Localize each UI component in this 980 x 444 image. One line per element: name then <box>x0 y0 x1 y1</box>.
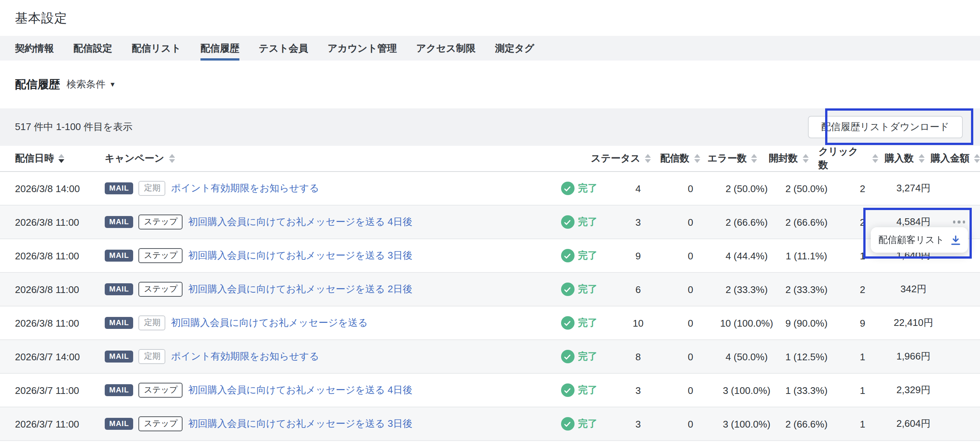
cell-purchase-amount: 1,966円 <box>889 350 938 363</box>
cell-error-count-value: 0 <box>688 216 693 228</box>
sort-arrows-icon[interactable] <box>694 154 700 163</box>
cell-status: 完了 <box>546 182 612 195</box>
cell-open-count-value: 10 (100.0%) <box>720 317 773 328</box>
column-header-1[interactable]: キャンペーン <box>105 152 588 165</box>
cell-sent-count-value: 3 <box>635 385 641 396</box>
cell-purchase-count-value: 1 <box>860 418 865 430</box>
step-type-badge: ステップ <box>139 215 183 229</box>
campaign-link[interactable]: ポイント有効期限をお知らせする <box>171 182 319 195</box>
mail-channel-badge: MAIL <box>105 182 134 194</box>
cell-send-datetime: 2026/3/8 11:00 <box>0 216 105 228</box>
cell-status: 完了 <box>546 350 612 363</box>
cell-open-count: 2 (50.0%) <box>717 183 776 194</box>
column-label: 配信数 <box>660 152 689 165</box>
tab-6[interactable]: アクセス制限 <box>416 36 476 60</box>
cell-open-count: 3 (100.0%) <box>717 418 776 430</box>
cell-purchase-amount: 3,274円 <box>889 182 938 195</box>
cell-sent-count: 6 <box>612 284 664 295</box>
tab-5[interactable]: アカウント管理 <box>328 36 397 60</box>
cell-purchase-count: 9 <box>836 317 889 328</box>
campaign-link[interactable]: 初回購入会員に向けてお礼メッセージを送る 4日後 <box>188 215 412 229</box>
column-header-5[interactable]: 開封数 <box>759 152 818 165</box>
tab-1[interactable]: 配信設定 <box>73 36 112 60</box>
cell-purchase-amount-value: 2,604円 <box>896 417 930 431</box>
column-header-6[interactable]: クリック数 <box>818 145 878 172</box>
regular-type-badge: 定期 <box>139 349 166 364</box>
mail-channel-badge: MAIL <box>105 250 134 262</box>
table-row: 2026/3/8 14:00MAIL定期ポイント有効期限をお知らせする完了402… <box>0 172 980 206</box>
sort-arrows-icon[interactable] <box>974 154 980 163</box>
cell-sent-count: 10 <box>612 317 664 328</box>
mail-channel-badge: MAIL <box>105 418 134 430</box>
sort-arrows-icon[interactable] <box>645 154 651 163</box>
cell-sent-count-value: 10 <box>633 317 644 328</box>
cell-open-count-value: 3 (100.0%) <box>723 418 770 430</box>
sort-arrows-icon[interactable] <box>918 154 924 163</box>
cell-purchase-amount-value: 2,329円 <box>896 384 930 397</box>
download-history-button[interactable]: 配信履歴リストダウンロード <box>808 116 963 138</box>
campaign-link[interactable]: 初回購入会員に向けてお礼メッセージを送る 3日後 <box>188 249 412 262</box>
cell-purchase-count-value: 1 <box>860 385 865 396</box>
cell-send-datetime: 2026/3/8 14:00 <box>0 183 105 194</box>
column-header-8[interactable]: 購入金額 <box>931 152 980 165</box>
cell-purchase-amount: 22,410円 <box>889 316 938 330</box>
sort-arrows-icon[interactable] <box>58 154 64 163</box>
cell-purchase-amount-value: 22,410円 <box>894 316 933 330</box>
cell-campaign: MAILステップ初回購入会員に向けてお礼メッセージを送る 4日後 <box>105 383 546 397</box>
cell-error-count: 0 <box>664 216 717 228</box>
column-header-3[interactable]: 配信数 <box>654 152 706 165</box>
cell-purchase-amount: 2,329円 <box>889 384 938 397</box>
campaign-link[interactable]: 初回購入会員に向けてお礼メッセージを送る 3日後 <box>188 417 412 431</box>
column-header-0[interactable]: 配信日時 <box>0 152 105 165</box>
download-icon <box>950 234 962 246</box>
sort-arrows-icon[interactable] <box>169 154 175 163</box>
cell-sent-count: 3 <box>612 385 664 396</box>
campaign-link[interactable]: 初回購入会員に向けてお礼メッセージを送る <box>171 316 368 330</box>
status-complete-check-icon <box>561 417 574 431</box>
cell-open-count: 4 (44.4%) <box>717 250 776 261</box>
send-datetime: 2026/3/7 11:00 <box>15 385 79 396</box>
sort-arrows-icon[interactable] <box>872 154 878 163</box>
cell-purchase-amount-value: 4,584円 <box>896 215 930 229</box>
send-datetime: 2026/3/8 11:00 <box>15 216 79 228</box>
column-header-4[interactable]: エラー数 <box>706 152 759 165</box>
tab-7[interactable]: 測定タグ <box>495 36 534 60</box>
cell-campaign: MAIL定期ポイント有効期限をお知らせする <box>105 349 546 364</box>
campaign-link[interactable]: ポイント有効期限をお知らせする <box>171 350 319 363</box>
cell-status: 完了 <box>546 215 612 229</box>
column-header-7[interactable]: 購入数 <box>878 152 931 165</box>
tab-4[interactable]: テスト会員 <box>259 36 308 60</box>
sort-arrows-icon[interactable] <box>751 154 757 163</box>
cell-send-datetime: 2026/3/8 11:00 <box>0 284 105 295</box>
cell-open-count: 10 (100.0%) <box>717 317 776 328</box>
download-customer-list-item[interactable]: 配信顧客リスト <box>878 233 945 246</box>
tab-0[interactable]: 契約情報 <box>15 36 54 60</box>
cell-status: 完了 <box>546 282 612 296</box>
cell-purchase-count-value: 9 <box>860 317 865 328</box>
cell-error-count-value: 0 <box>688 385 693 396</box>
cell-send-datetime: 2026/3/7 11:00 <box>0 385 105 396</box>
cell-error-count: 0 <box>664 418 717 430</box>
delivery-history-table: 配信日時キャンペーンステータス配信数エラー数開封数クリック数購入数購入金額 20… <box>0 146 980 441</box>
search-filter-toggle[interactable]: 検索条件 ▼ <box>67 78 116 91</box>
result-count-bar: 517 件中 1-100 件目を表示 配信履歴リストダウンロード <box>0 108 980 146</box>
cell-error-count-value: 0 <box>688 317 693 328</box>
campaign-link[interactable]: 初回購入会員に向けてお礼メッセージを送る 4日後 <box>188 384 412 397</box>
cell-purchase-amount: 2,604円 <box>889 417 938 431</box>
campaign-link[interactable]: 初回購入会員に向けてお礼メッセージを送る 2日後 <box>188 282 412 296</box>
row-menu-dots-icon[interactable] <box>950 216 969 228</box>
step-type-badge: ステップ <box>139 417 183 431</box>
search-filter-label: 検索条件 <box>67 78 105 91</box>
cell-send-datetime: 2026/3/7 11:00 <box>0 418 105 430</box>
mail-channel-badge: MAIL <box>105 350 134 363</box>
table-body: 2026/3/8 14:00MAIL定期ポイント有効期限をお知らせする完了402… <box>0 172 980 441</box>
mail-channel-badge: MAIL <box>105 216 134 228</box>
cell-campaign: MAILステップ初回購入会員に向けてお礼メッセージを送る 4日後 <box>105 215 546 229</box>
column-header-2[interactable]: ステータス <box>588 152 654 165</box>
tab-3-active[interactable]: 配信履歴 <box>200 36 239 60</box>
cell-open-count: 2 (66.6%) <box>717 216 776 228</box>
tab-2[interactable]: 配信リスト <box>132 36 181 60</box>
sort-arrows-icon[interactable] <box>802 154 808 163</box>
cell-click-count-value: 1 (12.5%) <box>786 351 828 362</box>
cell-purchase-count-value: 1 <box>860 351 865 362</box>
